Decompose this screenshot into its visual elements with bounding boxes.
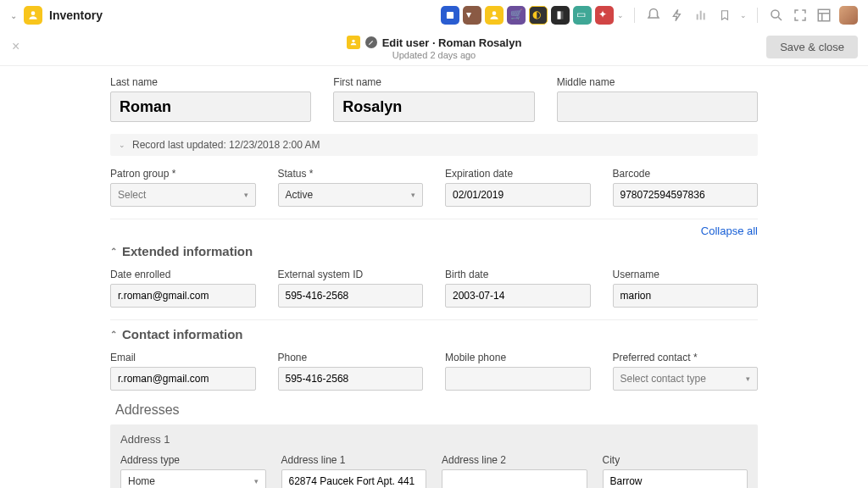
- bookmark-icon[interactable]: [716, 7, 733, 24]
- collapse-all-link[interactable]: Collapse all: [701, 225, 758, 237]
- barcode-input[interactable]: [613, 183, 759, 207]
- middle-name-label: Middle name: [557, 76, 758, 88]
- email-input[interactable]: [110, 367, 256, 391]
- phone-label: Phone: [278, 352, 424, 363]
- address-line2-input[interactable]: [442, 469, 587, 488]
- patron-group-select[interactable]: Select▾: [110, 183, 256, 207]
- chevron-down-icon: ▾: [746, 374, 750, 383]
- last-name-label: Last name: [110, 76, 311, 88]
- external-id-label: External system ID: [278, 269, 424, 280]
- address-line2-label: Address line 2: [442, 454, 587, 466]
- section-extended-header[interactable]: ⌃ Extended information: [110, 244, 758, 258]
- barcode-label: Barcode: [613, 168, 759, 180]
- app-switcher-more-icon[interactable]: ⌄: [617, 11, 624, 19]
- date-enrolled-label: Date enrolled: [110, 269, 256, 280]
- chevron-down-icon: ▾: [411, 191, 415, 199]
- subheader: × Edit user · Roman Rosalyn Updated 2 da…: [0, 30, 868, 66]
- city-label: City: [603, 454, 748, 466]
- app-icon-7[interactable]: ▭: [573, 6, 592, 25]
- svg-rect-1: [447, 12, 453, 19]
- email-label: Email: [110, 352, 256, 363]
- address-card: Address 1 Address type Home▾ Address lin…: [110, 424, 758, 488]
- app-icon-5[interactable]: ◐: [529, 6, 548, 25]
- fullscreen-icon[interactable]: [792, 7, 809, 24]
- address-line1-label: Address line 1: [281, 454, 427, 466]
- user-mini-icon: [347, 36, 360, 49]
- first-name-label: First name: [333, 76, 534, 88]
- app-icon-3[interactable]: [485, 6, 504, 25]
- preferred-contact-select[interactable]: Select contact type▾: [613, 367, 759, 391]
- app-icon-4[interactable]: 🛒: [507, 6, 526, 25]
- svg-point-2: [492, 11, 497, 15]
- date-enrolled-input[interactable]: [110, 284, 256, 308]
- app-icon-1[interactable]: [441, 6, 459, 25]
- divider: [634, 8, 635, 23]
- divider: [757, 8, 758, 23]
- close-icon[interactable]: ×: [12, 39, 19, 54]
- username-label: Username: [613, 269, 759, 280]
- svg-rect-9: [818, 9, 830, 21]
- chevron-up-icon: ⌃: [110, 330, 117, 339]
- middle-name-input[interactable]: [557, 92, 758, 122]
- page-title: Edit user · Roman Rosalyn: [382, 36, 522, 49]
- username-input[interactable]: [613, 284, 759, 308]
- app-icon-inventory[interactable]: [24, 6, 42, 25]
- app-switcher: ▾ 🛒 ◐ ▭ ✦ ⌄: [441, 6, 624, 25]
- page-subtitle: Updated 2 days ago: [0, 50, 868, 60]
- phone-input[interactable]: [278, 367, 424, 391]
- city-input[interactable]: [603, 469, 748, 488]
- expiration-label: Expiration date: [445, 168, 591, 180]
- patron-group-label: Patron group *: [110, 168, 256, 180]
- chevron-down-icon: ⌄: [119, 141, 125, 149]
- bookmark-more-icon[interactable]: ⌄: [740, 11, 747, 19]
- edit-mini-icon: [365, 36, 377, 48]
- mobile-input[interactable]: [445, 367, 591, 391]
- app-icon-2[interactable]: ▾: [463, 6, 481, 25]
- addresses-heading: Addresses: [115, 402, 758, 418]
- external-id-input[interactable]: [278, 284, 424, 308]
- address-type-label: Address type: [120, 454, 266, 466]
- avatar[interactable]: [839, 6, 858, 25]
- topbar: ⌄ Inventory ▾ 🛒 ◐ ▭ ✦ ⌄ ⌄: [0, 0, 868, 30]
- app-icon-6[interactable]: [551, 6, 570, 25]
- svg-point-10: [352, 40, 354, 42]
- last-name-input[interactable]: [110, 92, 311, 122]
- svg-rect-5: [697, 14, 698, 20]
- chart-icon[interactable]: [693, 7, 709, 24]
- form-content: Last name First name Middle name ⌄ Recor…: [0, 66, 868, 488]
- divider: [110, 219, 758, 219]
- mobile-label: Mobile phone: [445, 352, 591, 363]
- status-label: Status *: [278, 168, 424, 180]
- sidebar-toggle-icon[interactable]: ⌄: [10, 11, 17, 20]
- app-title: Inventory: [49, 8, 103, 22]
- svg-rect-3: [558, 11, 561, 19]
- svg-rect-4: [561, 11, 563, 19]
- divider: [110, 319, 758, 320]
- lightning-icon[interactable]: [669, 7, 686, 24]
- address-line1-input[interactable]: [281, 469, 427, 488]
- layout-icon[interactable]: [815, 7, 832, 24]
- preferred-contact-label: Preferred contact *: [613, 352, 759, 363]
- address-card-title: Address 1: [120, 433, 748, 446]
- bell-icon[interactable]: [645, 7, 662, 24]
- record-updated-bar[interactable]: ⌄ Record last updated: 12/23/2018 2:00 A…: [110, 134, 758, 156]
- address-type-select[interactable]: Home▾: [120, 469, 266, 488]
- chevron-up-icon: ⌃: [110, 247, 117, 256]
- svg-rect-7: [704, 13, 705, 19]
- svg-rect-6: [700, 11, 702, 20]
- first-name-input[interactable]: [333, 92, 534, 122]
- birth-date-label: Birth date: [445, 269, 591, 280]
- search-icon[interactable]: [768, 7, 785, 24]
- expiration-input[interactable]: [445, 183, 591, 207]
- app-icon-8[interactable]: ✦: [595, 6, 614, 25]
- status-select[interactable]: Active▾: [278, 183, 424, 207]
- record-updated-text: Record last updated: 12/23/2018 2:00 AM: [132, 139, 320, 151]
- svg-point-8: [771, 10, 779, 18]
- chevron-down-icon: ▾: [244, 191, 248, 199]
- birth-date-input[interactable]: [445, 284, 591, 308]
- save-close-button[interactable]: Save & close: [766, 36, 858, 58]
- svg-point-0: [31, 11, 36, 15]
- section-contact-header[interactable]: ⌃ Contact information: [110, 327, 758, 341]
- chevron-down-icon: ▾: [254, 477, 259, 485]
